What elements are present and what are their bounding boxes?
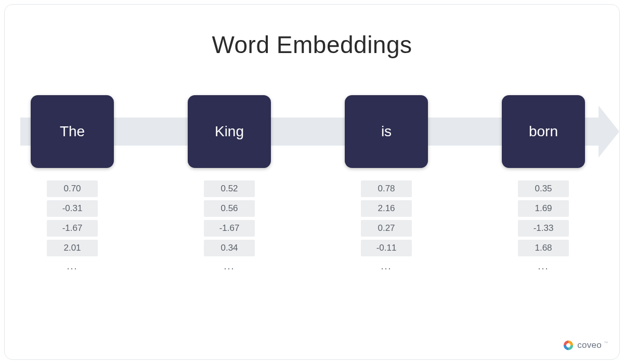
sequence-arrow: The King is born [5, 95, 619, 168]
word-boxes-row: The King is born [5, 95, 619, 168]
embedding-vector: 0.35 1.69 -1.33 1.68 ... [518, 180, 569, 273]
trademark-symbol: ™ [604, 341, 608, 345]
vector-cell: -1.67 [204, 220, 255, 237]
vector-cell: 0.34 [204, 240, 255, 256]
vector-cell: -1.33 [518, 220, 569, 237]
vector-cell: 0.56 [204, 200, 255, 217]
diagram-title: Word Embeddings [5, 31, 619, 59]
vector-cell: 1.68 [518, 240, 569, 256]
vector-cell: 1.69 [518, 200, 569, 217]
vector-cell: -0.31 [47, 200, 98, 217]
vector-cell: 0.35 [518, 180, 569, 197]
coveo-logo-icon [563, 340, 574, 351]
vector-column: 0.52 0.56 -1.67 0.34 ... [188, 168, 271, 273]
word-column: King [188, 95, 271, 168]
ellipsis: ... [67, 259, 77, 273]
word-column: is [345, 95, 428, 168]
ellipsis: ... [538, 259, 549, 273]
vector-cell: -1.67 [47, 220, 98, 237]
vector-cell: 0.27 [361, 220, 412, 237]
vector-column: 0.70 -0.31 -1.67 2.01 ... [31, 168, 114, 273]
svg-point-0 [566, 343, 570, 347]
ellipsis: ... [381, 259, 392, 273]
brand-name: coveo [577, 340, 602, 350]
vector-column: 0.35 1.69 -1.33 1.68 ... [502, 168, 585, 273]
content-row: The King is born 0.70 -0.31 -1.67 [5, 95, 619, 273]
embedding-vector: 0.78 2.16 0.27 -0.11 ... [361, 180, 412, 273]
brand-logo: coveo ™ [563, 340, 608, 351]
vector-column: 0.78 2.16 0.27 -0.11 ... [345, 168, 428, 273]
vector-cell: 2.16 [361, 200, 412, 217]
word-column: born [502, 95, 585, 168]
word-box-born: born [502, 95, 585, 168]
embedding-vector: 0.52 0.56 -1.67 0.34 ... [204, 180, 255, 273]
diagram-card: Word Embeddings The King is born [4, 4, 620, 360]
word-column: The [31, 95, 114, 168]
vector-columns: 0.70 -0.31 -1.67 2.01 ... 0.52 0.56 -1.6… [5, 168, 619, 273]
ellipsis: ... [224, 259, 235, 273]
vector-cell: 0.70 [47, 180, 98, 197]
vector-cell: -0.11 [361, 240, 412, 256]
word-box-king: King [188, 95, 271, 168]
vector-cell: 2.01 [47, 240, 98, 256]
embedding-vector: 0.70 -0.31 -1.67 2.01 ... [47, 180, 98, 273]
word-box-is: is [345, 95, 428, 168]
vector-cell: 0.52 [204, 180, 255, 197]
word-box-the: The [31, 95, 114, 168]
vector-cell: 0.78 [361, 180, 412, 197]
